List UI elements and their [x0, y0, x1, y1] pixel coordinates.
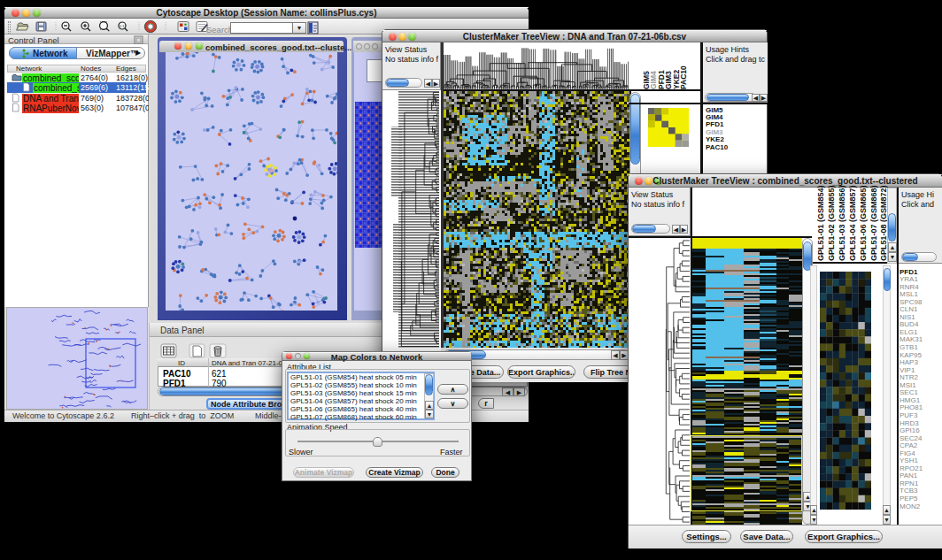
svg-text:1:1: 1:1 [120, 24, 125, 28]
